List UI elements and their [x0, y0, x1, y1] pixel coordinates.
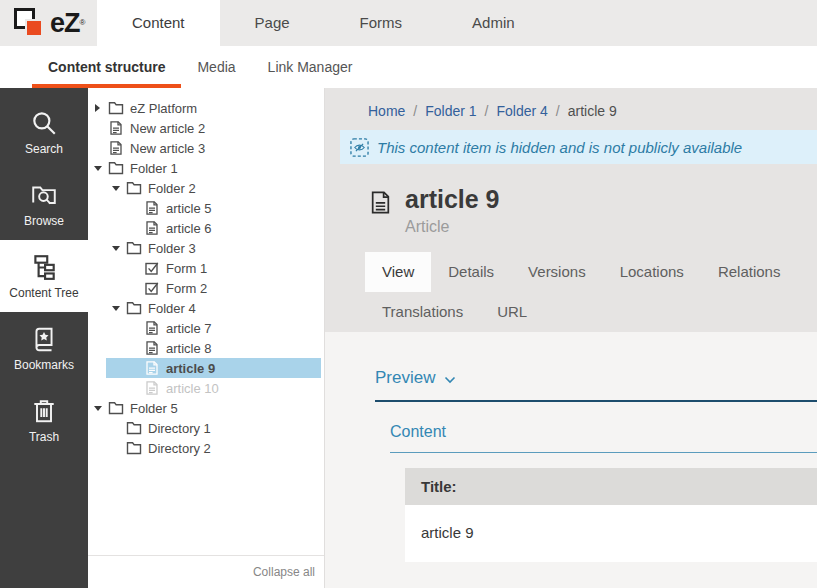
article-type-icon	[368, 187, 393, 218]
breadcrumb: Home/Folder 1/Folder 4/article 9	[325, 88, 817, 130]
field-value: article 9	[405, 505, 817, 562]
content-type-label: Article	[405, 218, 500, 236]
secondary-nav: Content structureMediaLink Manager	[0, 46, 817, 88]
tree-item-label: eZ Platform	[130, 101, 197, 116]
tree-item-label: New article 2	[130, 121, 205, 136]
field-table: Title: article 9	[405, 468, 817, 562]
preview-heading: Preview	[375, 368, 435, 388]
folder-icon	[108, 160, 124, 176]
tree-item-article-8[interactable]: article 8	[88, 338, 324, 358]
breadcrumb-separator: /	[405, 103, 425, 119]
tree-item-directory-1[interactable]: Directory 1	[88, 418, 324, 438]
tree-item-article-5[interactable]: article 5	[88, 198, 324, 218]
main-tab-forms[interactable]: Forms	[325, 0, 438, 46]
tree-item-label: article 7	[166, 321, 212, 336]
tree-item-form-1[interactable]: Form 1	[88, 258, 324, 278]
tree-item-folder-3[interactable]: Folder 3	[88, 238, 324, 258]
logo-text: eZ	[50, 8, 80, 39]
logo-registered-mark: ®	[80, 13, 86, 33]
preview-toggle[interactable]: Preview	[375, 368, 817, 402]
tab-details[interactable]: Details	[431, 252, 511, 292]
tree-item-label: Folder 3	[148, 241, 196, 256]
ez-logo[interactable]: eZ ®	[0, 0, 97, 46]
tree-item-article-9[interactable]: article 9	[106, 358, 321, 378]
breadcrumb-current: article 9	[568, 103, 617, 119]
sidebar-item-label: Trash	[29, 430, 59, 444]
tab-url[interactable]: URL	[480, 292, 544, 332]
main-tab-admin[interactable]: Admin	[437, 0, 550, 46]
article-icon	[144, 340, 160, 356]
tree-expand-arrow-icon[interactable]	[94, 405, 108, 411]
tree-item-article-7[interactable]: article 7	[88, 318, 324, 338]
tree-item-label: Folder 1	[130, 161, 178, 176]
tree-item-folder-1[interactable]: Folder 1	[88, 158, 324, 178]
tree-item-ez-platform[interactable]: eZ Platform	[88, 98, 324, 118]
subnav-item-media[interactable]: Media	[181, 50, 251, 88]
tree-item-label: Folder 2	[148, 181, 196, 196]
tree-item-label: article 9	[166, 361, 215, 376]
folder-icon	[126, 440, 142, 456]
article-icon	[144, 380, 160, 396]
collapse-all-button[interactable]: Collapse all	[253, 565, 315, 579]
tree-item-label: Form 2	[166, 281, 207, 296]
article-icon	[144, 200, 160, 216]
article-icon	[144, 220, 160, 236]
left-icon-sidebar: SearchBrowseContent TreeBookmarksTrash	[0, 88, 88, 588]
tree-expand-arrow-icon[interactable]	[94, 165, 108, 171]
tree-item-label: New article 3	[130, 141, 205, 156]
tree-expand-arrow-icon[interactable]	[112, 245, 126, 251]
breadcrumb-link-folder-1[interactable]: Folder 1	[425, 103, 476, 119]
ez-logo-icon	[14, 6, 48, 40]
app-window: eZ ® ContentPageFormsAdmin Content struc…	[0, 0, 817, 588]
tree-item-label: article 10	[166, 381, 219, 396]
form-icon	[144, 280, 160, 296]
tree-item-article-10[interactable]: article 10	[88, 378, 324, 398]
main-tab-page[interactable]: Page	[220, 0, 325, 46]
tab-translations[interactable]: Translations	[365, 292, 480, 332]
article-icon	[108, 140, 124, 156]
sidebar-item-content-tree[interactable]: Content Tree	[0, 240, 88, 312]
tree-item-folder-2[interactable]: Folder 2	[88, 178, 324, 198]
tab-relations[interactable]: Relations	[701, 252, 798, 292]
content-header: article 9 Article	[325, 164, 817, 236]
article-icon	[144, 320, 160, 336]
content-section-heading: Content	[390, 423, 817, 453]
tree-item-label: article 5	[166, 201, 212, 216]
tree-item-article-6[interactable]: article 6	[88, 218, 324, 238]
tab-versions[interactable]: Versions	[511, 252, 603, 292]
sidebar-item-bookmarks[interactable]: Bookmarks	[0, 312, 88, 384]
article-icon	[144, 360, 160, 376]
tree-item-new-article-2[interactable]: New article 2	[88, 118, 324, 138]
top-bar: eZ ® ContentPageFormsAdmin	[0, 0, 817, 46]
tree-expand-arrow-icon[interactable]	[112, 305, 126, 311]
tree-expand-arrow-icon[interactable]	[94, 104, 108, 112]
content-tree-icon	[30, 253, 58, 281]
view-section: Preview Content Title: article 9	[325, 332, 817, 588]
sidebar-item-label: Search	[25, 142, 63, 156]
sidebar-item-label: Bookmarks	[14, 358, 74, 372]
sidebar-item-search[interactable]: Search	[0, 96, 88, 168]
hidden-content-alert: This content item is hidden and is not p…	[340, 130, 817, 164]
breadcrumb-link-home[interactable]: Home	[368, 103, 405, 119]
main-nav: ContentPageFormsAdmin	[97, 0, 550, 46]
tree-item-label: Folder 5	[130, 401, 178, 416]
content-tree: eZ PlatformNew article 2New article 3Fol…	[88, 88, 324, 555]
subnav-item-content-structure[interactable]: Content structure	[32, 50, 181, 88]
folder-icon	[126, 420, 142, 436]
tree-item-form-2[interactable]: Form 2	[88, 278, 324, 298]
alert-text: This content item is hidden and is not p…	[377, 139, 742, 156]
tree-expand-arrow-icon[interactable]	[112, 185, 126, 191]
tree-item-folder-5[interactable]: Folder 5	[88, 398, 324, 418]
sidebar-item-trash[interactable]: Trash	[0, 384, 88, 456]
folder-icon	[126, 240, 142, 256]
tree-item-label: article 8	[166, 341, 212, 356]
subnav-item-link-manager[interactable]: Link Manager	[252, 50, 369, 88]
tab-locations[interactable]: Locations	[603, 252, 701, 292]
tree-item-folder-4[interactable]: Folder 4	[88, 298, 324, 318]
main-tab-content[interactable]: Content	[97, 0, 220, 46]
breadcrumb-link-folder-4[interactable]: Folder 4	[497, 103, 548, 119]
tree-item-new-article-3[interactable]: New article 3	[88, 138, 324, 158]
tree-item-directory-2[interactable]: Directory 2	[88, 438, 324, 458]
tab-view[interactable]: View	[365, 252, 431, 292]
sidebar-item-browse[interactable]: Browse	[0, 168, 88, 240]
